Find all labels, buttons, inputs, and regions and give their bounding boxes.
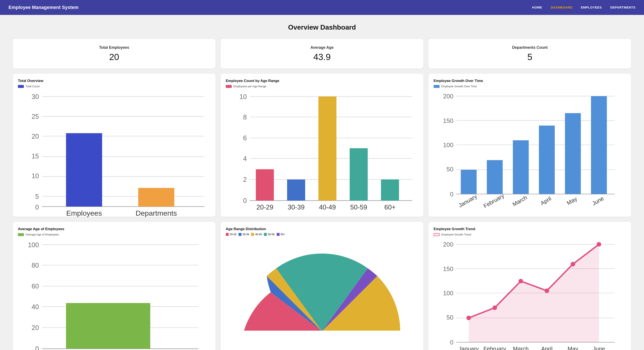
bar-departments	[138, 188, 174, 207]
pie-legend-50-59: 50-59	[264, 233, 274, 236]
svg-text:January: January	[459, 346, 479, 350]
svg-text:0: 0	[35, 204, 39, 211]
pie-dot-40-49	[251, 233, 254, 236]
svg-text:30-39: 30-39	[288, 204, 304, 211]
svg-text:0: 0	[450, 339, 454, 346]
charts-row-2: Average Age of Employees Average Age of …	[13, 222, 631, 350]
nav-dashboard[interactable]: DASHBOARD	[551, 6, 572, 9]
pie-label-60plus: 60+	[281, 233, 285, 236]
pie-label-20-29: 20-29	[230, 233, 236, 236]
legend-label-growth-trend: Employee Growth Trend	[441, 233, 471, 236]
growth-trend-svg: 200 150 100 50 0	[434, 239, 626, 350]
svg-text:0: 0	[450, 191, 454, 198]
legend-box-growth-time	[434, 85, 440, 88]
svg-text:200: 200	[443, 241, 454, 248]
pie-legend-60plus: 60+	[277, 233, 285, 236]
nav-departments[interactable]: DEPARTMENTS	[610, 6, 636, 9]
bar-30-39	[287, 180, 305, 200]
page-title: Overview Dashboard	[13, 24, 631, 31]
stat-departments-value: 5	[433, 52, 627, 62]
chart-age-range-legend: Employees per Age Range	[226, 85, 418, 88]
pie-dot-20-29	[226, 233, 229, 236]
chart-total-overview: Total Overview Total Count 30 25 20 15 1…	[13, 74, 216, 217]
bar-apr-growth	[539, 126, 555, 194]
legend-label-avg-age: Average Age of Employees	[26, 233, 59, 236]
legend-box-total-count	[18, 85, 24, 88]
svg-text:20: 20	[32, 133, 39, 140]
total-overview-svg: 30 25 20 15 10 5 0 Employees Departments	[18, 90, 210, 211]
svg-text:6: 6	[243, 134, 247, 142]
charts-row-1: Total Overview Total Count 30 25 20 15 1…	[13, 74, 631, 217]
svg-text:8: 8	[243, 114, 247, 121]
chart-age-distribution: Age Range Distribution 20-29 30-39 40-49…	[221, 222, 423, 350]
nav-employees[interactable]: EMPLOYEES	[581, 6, 602, 9]
dot-jan	[466, 316, 471, 320]
svg-text:February: February	[482, 192, 505, 210]
chart-growth-time-legend: Employee Growth Over Time	[434, 85, 626, 88]
legend-box-age-range	[226, 85, 232, 88]
stat-departments-count: Departments Count 5	[428, 39, 631, 68]
bar-jan-growth	[461, 170, 476, 194]
age-range-svg: 10 8 6 4 2 0 20-29 30-39 40-49 50-59 60	[226, 90, 418, 211]
svg-text:40-49: 40-49	[319, 204, 336, 211]
chart-age-range: Employee Count by Age Range Employees pe…	[221, 74, 423, 217]
svg-text:2: 2	[243, 176, 247, 183]
svg-text:20: 20	[32, 324, 39, 332]
legend-box-growth-trend	[434, 233, 440, 236]
svg-text:150: 150	[443, 117, 454, 124]
pie-label-50-59: 50-59	[268, 233, 274, 236]
navbar: Employee Management System HOME DASHBOAR…	[0, 0, 644, 15]
svg-text:4: 4	[243, 155, 247, 162]
bar-jun-growth	[591, 96, 607, 194]
svg-text:40: 40	[32, 303, 39, 310]
svg-text:50-59: 50-59	[350, 204, 367, 211]
age-dist-pie-svg	[226, 238, 418, 346]
svg-text:March: March	[511, 194, 528, 208]
svg-text:0: 0	[35, 345, 39, 350]
pie-dot-50-59	[264, 233, 267, 236]
stats-row: Total Employees 20 Average Age 43.9 Depa…	[13, 39, 631, 68]
dot-may	[570, 262, 575, 266]
stat-average-age-label: Average Age	[225, 45, 419, 50]
chart-growth-time-title: Employee Growth Over Time	[434, 79, 626, 83]
svg-text:April: April	[541, 346, 552, 350]
stat-total-employees-value: 20	[17, 52, 211, 62]
svg-text:May: May	[568, 346, 578, 350]
pie-legend: 20-29 30-39 40-49 50-59 60+	[226, 233, 418, 236]
svg-text:20-29: 20-29	[256, 204, 273, 211]
bar-feb-growth	[487, 160, 502, 194]
bar-may-growth	[565, 113, 581, 194]
svg-text:February: February	[484, 346, 506, 350]
nav-home[interactable]: HOME	[532, 6, 542, 9]
legend-label-total-count: Total Count	[26, 85, 40, 88]
svg-text:0: 0	[243, 197, 247, 204]
bar-avg-age	[66, 303, 150, 349]
svg-text:April: April	[540, 195, 552, 206]
chart-growth-time: Employee Growth Over Time Employee Growt…	[428, 74, 631, 217]
svg-text:100: 100	[443, 290, 454, 296]
legend-box-avg-age	[18, 233, 24, 236]
nav-links: HOME DASHBOARD EMPLOYEES DEPARTMENTS	[532, 6, 636, 9]
dot-apr	[544, 288, 549, 293]
bar-60plus	[381, 180, 399, 200]
svg-text:150: 150	[443, 266, 454, 272]
svg-text:5: 5	[35, 193, 39, 200]
svg-text:50: 50	[446, 314, 454, 321]
svg-text:25: 25	[32, 113, 39, 120]
svg-text:30: 30	[32, 93, 39, 100]
bar-40-49	[318, 96, 336, 200]
svg-text:100: 100	[443, 142, 454, 148]
dot-jun	[597, 242, 601, 246]
bar-50-59	[350, 148, 368, 200]
svg-text:15: 15	[32, 152, 39, 160]
avg-age-svg: 100 80 60 40 20 0 Average Age	[18, 239, 210, 350]
growth-time-svg: 200 150 100 50 0 January February March …	[434, 90, 626, 204]
svg-text:January: January	[458, 193, 478, 209]
svg-text:200: 200	[443, 93, 454, 100]
main-content: Overview Dashboard Total Employees 20 Av…	[0, 15, 644, 350]
svg-text:Employees: Employees	[66, 209, 102, 217]
svg-text:May: May	[566, 196, 578, 206]
svg-text:June: June	[593, 346, 605, 350]
bar-employees	[66, 133, 102, 207]
chart-avg-age-title: Average Age of Employees	[18, 227, 210, 231]
